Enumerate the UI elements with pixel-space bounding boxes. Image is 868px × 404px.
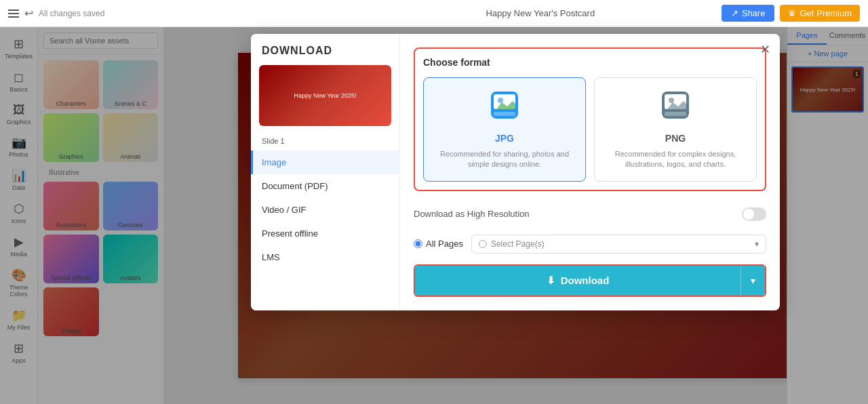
download-btn-row: ⬇ Download ▾ — [415, 266, 765, 296]
png-format-name: PNG — [665, 133, 686, 144]
close-icon: ✕ — [760, 43, 770, 56]
download-options-button[interactable]: ▾ — [741, 266, 765, 296]
chevron-down-icon: ▾ — [751, 275, 755, 286]
download-modal: DOWNLOAD Happy New Year 2025! Slide 1 Im… — [163, 27, 868, 404]
topbar-right: ↗ Share ♛ Get Premium — [722, 5, 860, 22]
svg-rect-9 — [665, 112, 686, 116]
format-cards: JPG Recommended for sharing, photos and … — [423, 77, 757, 182]
document-title: Happy New Year's Postcard — [365, 8, 716, 18]
share-icon: ↗ — [731, 8, 738, 18]
all-pages-label: All Pages — [426, 239, 463, 249]
select-pages-label: Select Page(s) — [491, 239, 545, 249]
menu-icon[interactable] — [8, 9, 19, 18]
png-format-desc: Recommended for complex designs, illustr… — [603, 149, 748, 170]
svg-point-7 — [669, 98, 674, 103]
premium-icon: ♛ — [788, 8, 796, 18]
slide-name: Slide 1 — [251, 137, 399, 150]
share-button[interactable]: ↗ Share — [722, 5, 775, 22]
choose-format-label: Choose format — [423, 57, 757, 68]
modal-content: ✕ Choose format — [400, 34, 780, 310]
modal-nav: DOWNLOAD Happy New Year 2025! Slide 1 Im… — [251, 34, 400, 310]
modal-close-button[interactable]: ✕ — [760, 43, 770, 56]
hires-row: Download as High Resolution — [414, 202, 766, 226]
download-icon: ⬇ — [547, 275, 555, 287]
modal-nav-document[interactable]: Document (PDF) — [251, 174, 399, 198]
slide-preview-text: Happy New Year 2025! — [294, 92, 356, 99]
modal-nav-video-gif[interactable]: Video / GIF — [251, 198, 399, 222]
undo-button[interactable]: ↩ — [24, 7, 33, 20]
modal-nav-present-offline[interactable]: Present offline — [251, 222, 399, 245]
format-card-jpg[interactable]: JPG Recommended for sharing, photos and … — [423, 77, 586, 182]
select-pages-dropdown[interactable]: Select Page(s) ▾ — [471, 235, 766, 254]
svg-rect-4 — [494, 112, 515, 116]
saved-status: All changes saved — [39, 9, 104, 18]
jpg-icon — [488, 89, 521, 127]
jpg-format-desc: Recommended for sharing, photos and simp… — [432, 149, 577, 170]
topbar-left: ↩ All changes saved — [8, 7, 359, 20]
hires-label: Download as High Resolution — [414, 209, 530, 219]
chevron-down-icon: ▾ — [755, 239, 759, 249]
page-row: All Pages Select Page(s) ▾ — [414, 235, 766, 254]
slide-preview[interactable]: Happy New Year 2025! — [259, 65, 391, 126]
format-section: Choose format JPG — [414, 47, 766, 191]
download-button[interactable]: ⬇ Download — [415, 266, 741, 296]
modal-container: DOWNLOAD Happy New Year 2025! Slide 1 Im… — [251, 34, 780, 310]
download-section: ⬇ Download ▾ — [414, 264, 766, 297]
hires-toggle[interactable] — [742, 207, 766, 221]
png-icon — [659, 89, 692, 127]
modal-nav-image[interactable]: Image — [251, 150, 399, 174]
topbar: ↩ All changes saved Happy New Year's Pos… — [0, 0, 868, 27]
svg-point-2 — [498, 98, 503, 103]
format-card-png[interactable]: PNG Recommended for complex designs, ill… — [594, 77, 757, 182]
modal-nav-lms[interactable]: LMS — [251, 245, 399, 269]
jpg-format-name: JPG — [495, 133, 514, 144]
download-label: Download — [561, 275, 610, 286]
get-premium-button[interactable]: ♛ Get Premium — [780, 5, 860, 22]
all-pages-radio[interactable]: All Pages — [414, 239, 463, 249]
modal-title: DOWNLOAD — [251, 45, 399, 65]
select-pages-radio-indicator — [479, 240, 487, 248]
